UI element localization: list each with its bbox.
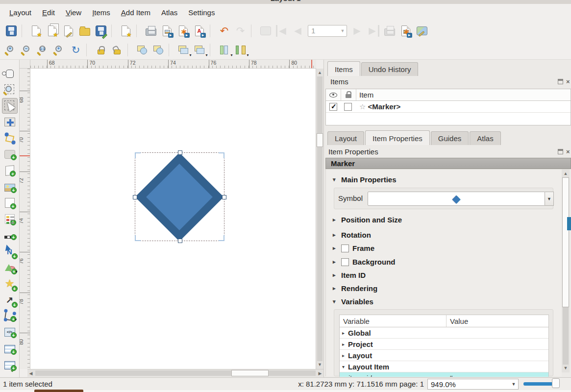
add-html-button[interactable]: </>+	[2, 324, 18, 340]
ungroup-items-button[interactable]	[150, 42, 166, 58]
scroll-down-arrow[interactable]: ▼	[316, 363, 323, 367]
scroll-up-arrow[interactable]: ▲	[562, 172, 570, 176]
menu-layout[interactable]: Layout	[4, 6, 37, 19]
scrollbar-thumb[interactable]	[562, 177, 569, 307]
group-items-button[interactable]	[134, 42, 150, 58]
zoom-in-button[interactable]: +	[3, 42, 19, 58]
tab-atlas[interactable]: Atlas	[470, 131, 500, 145]
variable-row-layout[interactable]: ▸Layout	[340, 350, 548, 361]
resize-handle-left[interactable]	[133, 195, 137, 199]
add-marker-button[interactable]: ★+	[2, 276, 18, 292]
add-fixed-table-button[interactable]: +	[2, 357, 18, 372]
selection-box[interactable]	[135, 152, 224, 241]
print-layout-button[interactable]	[143, 23, 159, 39]
add-scale-bar-button[interactable]: +	[2, 227, 18, 243]
lock-checkbox[interactable]	[344, 103, 352, 111]
resize-handle-top[interactable]	[178, 150, 182, 155]
zoom-slider-handle[interactable]	[552, 378, 560, 388]
menu-add-item[interactable]: Add Item	[116, 6, 156, 19]
resize-handle-bottom[interactable]	[178, 239, 182, 243]
float-panel-icon[interactable]	[558, 149, 563, 154]
section-main-properties[interactable]: ▾Main Properties	[333, 175, 397, 184]
atlas-next-feature-button[interactable]: ▶	[349, 23, 365, 39]
add-map-button[interactable]: +	[2, 147, 18, 162]
add-attribute-table-button[interactable]: +	[2, 341, 18, 356]
save-project-button[interactable]	[3, 23, 19, 39]
scrollbar-thumb[interactable]	[317, 133, 323, 147]
refresh-view-button[interactable]: ↻	[68, 42, 84, 58]
zoom-full-button[interactable]: +	[51, 42, 68, 58]
close-panel-icon[interactable]: ×	[566, 149, 571, 154]
add-north-arrow-button[interactable]: N+	[2, 244, 18, 259]
menu-settings[interactable]: Settings	[183, 6, 220, 19]
zoom-actual-button[interactable]: 1:1	[35, 42, 51, 58]
add-picture-button[interactable]: +	[2, 179, 18, 195]
atlas-settings-button[interactable]	[414, 23, 430, 39]
align-selected-items-button[interactable]: ▾	[191, 42, 207, 58]
undo-button[interactable]: ↶	[216, 23, 232, 39]
section-item-id[interactable]: ▸Item ID	[333, 271, 366, 279]
visibility-checkbox[interactable]	[329, 103, 337, 111]
close-panel-icon[interactable]: ×	[566, 79, 571, 84]
scroll-up-arrow[interactable]: ▲	[316, 71, 323, 75]
tab-items[interactable]: Items	[327, 61, 360, 76]
canvas-vertical-scrollbar[interactable]: ▲ ▼	[316, 69, 323, 369]
zoom-level-combobox[interactable]: 949.0% ▼	[427, 379, 519, 390]
unlock-all-items-button[interactable]	[109, 42, 125, 58]
distribute-items-button[interactable]: ▾	[216, 42, 232, 58]
add-label-button[interactable]: +	[2, 195, 18, 211]
item-row-marker[interactable]: ☆ <Marker>	[326, 101, 571, 113]
export-as-pdf-button[interactable]: A▸	[191, 23, 207, 39]
export-atlas-as-image-button[interactable]: ∗▸	[397, 23, 414, 39]
lock-selected-items-button[interactable]	[93, 42, 109, 58]
variable-row-global[interactable]: ▸Global	[340, 327, 548, 339]
pan-layout-button[interactable]	[2, 66, 18, 81]
section-checkbox[interactable]	[341, 245, 349, 252]
scroll-down-arrow[interactable]: ▼	[562, 366, 570, 370]
export-as-image-button[interactable]: ▸	[159, 23, 175, 39]
menu-items[interactable]: Items	[87, 6, 116, 19]
add-legend-button[interactable]: +	[2, 211, 18, 227]
atlas-previous-feature-button[interactable]: ◀	[290, 23, 306, 39]
scrollbar-thumb[interactable]	[231, 370, 269, 376]
layout-manager-button[interactable]	[60, 23, 76, 39]
variable-row-project[interactable]: ▸Project	[340, 339, 548, 350]
section-frame[interactable]: ▸Frame	[333, 244, 374, 252]
menu-view[interactable]: View	[60, 6, 87, 19]
menu-edit[interactable]: Edit	[37, 6, 60, 19]
print-atlas-button[interactable]	[381, 23, 397, 39]
section-checkbox[interactable]	[341, 258, 349, 266]
zoom-tool-button[interactable]	[2, 82, 18, 98]
layout-canvas[interactable]	[30, 69, 316, 369]
add-shape-button[interactable]: +▾	[2, 260, 18, 275]
float-panel-icon[interactable]	[558, 79, 563, 84]
atlas-page-combobox[interactable]: 1▼	[308, 25, 347, 37]
duplicate-layout-button[interactable]: ★	[44, 23, 60, 39]
canvas-horizontal-scrollbar[interactable]: ◀ ▶	[27, 369, 323, 377]
scroll-right-arrow[interactable]: ▶	[318, 371, 323, 376]
symbol-button[interactable]: ◆	[368, 192, 545, 206]
zoom-out-button[interactable]: −	[19, 42, 35, 58]
section-variables[interactable]: ▾Variables	[333, 297, 373, 306]
resize-handle-right[interactable]	[222, 195, 226, 199]
select-move-item-button[interactable]	[2, 98, 18, 114]
tab-layout[interactable]: Layout	[327, 131, 364, 145]
add-node-item-button[interactable]: +▾	[2, 308, 18, 324]
raise-selected-items-button[interactable]: ▾	[175, 42, 191, 58]
scroll-left-arrow[interactable]: ◀	[28, 371, 33, 376]
variable-row-item_id[interactable]: item_id''	[340, 372, 548, 377]
section-background[interactable]: ▸Background	[333, 258, 396, 266]
atlas-last-feature-button[interactable]: ▶	[365, 23, 381, 39]
move-item-content-button[interactable]	[2, 114, 18, 130]
tab-item-properties[interactable]: Item Properties	[365, 130, 430, 145]
open-folder-button[interactable]	[76, 23, 93, 39]
redo-button[interactable]: ↷	[232, 23, 248, 39]
save-as-template-button[interactable]: ★	[118, 23, 134, 39]
properties-vertical-scrollbar[interactable]: ▲ ▼	[562, 170, 570, 372]
preview-atlas-button[interactable]	[257, 23, 273, 39]
new-layout-button[interactable]: ★	[28, 23, 44, 39]
symbol-dropdown-button[interactable]: ▼	[545, 192, 554, 206]
edit-nodes-item-button[interactable]	[2, 130, 18, 146]
add-3d-map-button[interactable]: +	[2, 163, 18, 178]
variable-row-layout-item[interactable]: ▾Layout Item	[340, 361, 548, 372]
